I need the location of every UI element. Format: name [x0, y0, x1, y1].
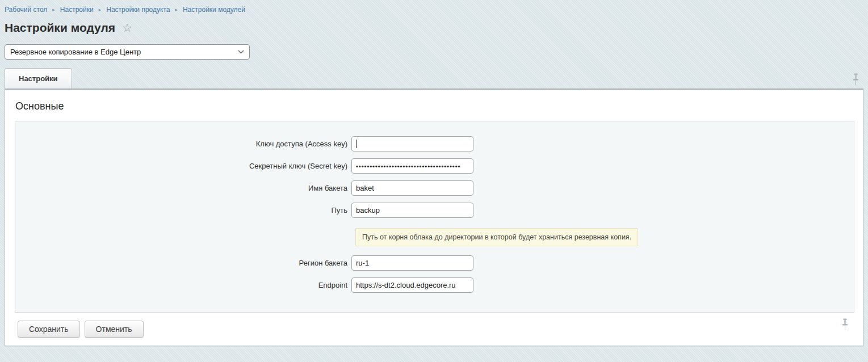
module-select[interactable]: Резервное копирование в Edge Центр: [5, 44, 250, 60]
settings-panel: Основные Ключ доступа (Access key) Секре…: [5, 90, 863, 346]
breadcrumb: Рабочий стол ▸ Настройки ▸ Настройки про…: [5, 0, 863, 14]
form-row-path: Путь: [15, 203, 854, 218]
breadcrumb-link-settings[interactable]: Настройки: [60, 6, 94, 14]
endpoint-label: Endpoint: [15, 281, 351, 289]
access-key-input[interactable]: [351, 136, 473, 151]
breadcrumb-arrow-icon: ▸: [52, 6, 55, 13]
button-bar: Сохранить Отменить: [18, 321, 863, 338]
bucket-name-input[interactable]: [351, 180, 473, 196]
breadcrumb-link-desktop[interactable]: Рабочий стол: [5, 6, 47, 14]
page-title: Настройки модуля: [5, 21, 115, 35]
settings-form: Ключ доступа (Access key) Секретный ключ…: [15, 121, 854, 313]
bucket-region-label: Регион бакета: [15, 259, 351, 267]
tab-strip: Настройки: [5, 69, 863, 90]
module-select-value: Резервное копирование в Edge Центр: [10, 48, 141, 56]
bucket-region-input[interactable]: [351, 255, 473, 271]
form-row-access-key: Ключ доступа (Access key): [15, 136, 854, 151]
breadcrumb-arrow-icon: ▸: [175, 6, 178, 13]
tab-settings-label: Настройки: [19, 74, 58, 83]
breadcrumb-arrow-icon: ▸: [99, 6, 102, 13]
form-row-secret-key: Секретный ключ (Secret key): [15, 158, 854, 174]
hint-row: Путь от корня облака до директории в кот…: [355, 228, 854, 246]
section-heading: Основные: [5, 90, 863, 112]
form-row-bucket-name: Имя бакета: [15, 180, 854, 196]
path-label: Путь: [15, 206, 351, 214]
breadcrumb-link-product-settings[interactable]: Настройки продукта: [106, 6, 170, 14]
page: Рабочий стол ▸ Настройки ▸ Настройки про…: [0, 0, 868, 346]
pin-icon[interactable]: [841, 318, 849, 333]
favorite-star-icon[interactable]: ☆: [122, 22, 132, 33]
breadcrumb-link-module-settings[interactable]: Настройки модулей: [183, 6, 245, 14]
path-hint: Путь от корня облака до директории в кот…: [355, 228, 638, 246]
cancel-button[interactable]: Отменить: [85, 321, 144, 338]
tab-settings[interactable]: Настройки: [5, 68, 72, 89]
bucket-name-label: Имя бакета: [15, 184, 351, 192]
save-button[interactable]: Сохранить: [18, 321, 80, 338]
pin-icon[interactable]: [852, 73, 860, 88]
path-input[interactable]: [351, 203, 473, 218]
access-key-label: Ключ доступа (Access key): [15, 140, 351, 148]
endpoint-input[interactable]: [351, 277, 473, 293]
text-cursor: [356, 140, 357, 148]
chevron-down-icon: [238, 50, 244, 54]
secret-key-input[interactable]: [351, 158, 473, 174]
form-row-endpoint: Endpoint: [15, 277, 854, 293]
secret-key-label: Секретный ключ (Secret key): [15, 162, 351, 170]
title-row: Настройки модуля ☆: [5, 21, 863, 35]
form-row-bucket-region: Регион бакета: [15, 255, 854, 271]
